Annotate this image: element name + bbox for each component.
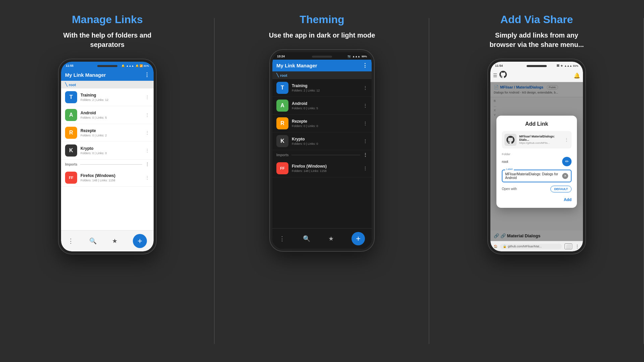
phone-screen-manage: 11:55 🔔 ▲▲▲ 🔔 📶 31% My Link Manager ⋮ ╲ … [61, 62, 154, 251]
label-input-box[interactable]: Label MFlisar/MaterialDialogs: Dialogs f… [502, 170, 572, 182]
item-meta-training-dark: Folders: 2 | Links: 12 [292, 89, 360, 92]
separator-imports-dark: Imports ⋮ [272, 150, 372, 160]
appbar-manage: My Link Manager ⋮ [61, 69, 154, 81]
label-input-value: MFlisar/MaterialDialogs: Dialogs for And… [505, 172, 562, 180]
browser-tabs-icon[interactable]: ⬜ [565, 243, 572, 249]
nav-search-icon-dark[interactable]: 🔍 [303, 235, 310, 242]
item-dots-dark[interactable]: ⋮ [363, 121, 368, 126]
dialog-add-button[interactable]: Add [564, 197, 572, 202]
separator-line [80, 164, 142, 165]
list-item[interactable]: R Rezepte Folders: 0 | Links: 2 ⋮ [61, 124, 154, 142]
nav-add-fab-dark[interactable]: + [352, 232, 365, 245]
appbar-menu-icon[interactable]: ⋮ [144, 72, 150, 78]
dialog-link-title: MFlisar/ MaterialDialogs: Dialo... [519, 135, 561, 141]
separator-dots[interactable]: ⋮ [145, 162, 150, 167]
panel-desc-theming: Use the app in dark or light mode [269, 31, 375, 40]
nav-menu-icon[interactable]: ⋮ [68, 237, 74, 245]
phone-screen-share: 11:54 🖼 ★ ▲▲▲ 31% ☰ 🔔 [490, 62, 583, 251]
item-meta-android: Folders: 0 | Links: 5 [80, 116, 142, 119]
phone-screen-theming: 13:24 📷 ▲▲▲ 99% My Link Manager ⋮ ╲ root [272, 52, 372, 249]
nav-add-fab[interactable]: + [133, 234, 147, 248]
item-name-training-dark: Training [292, 83, 360, 88]
list-theming: T Training Folders: 2 | Links: 12 ⋮ A An… [272, 79, 372, 228]
dialog-link-url: https://github.com/MFlis... [519, 141, 561, 144]
bell-icon: 🔔 [574, 72, 580, 79]
folder-icon-rezepte-dark: R [276, 117, 288, 129]
list-item[interactable]: FF Firefox (Windows) Folders: 148 | Link… [272, 160, 372, 177]
item-dots[interactable]: ⋮ [145, 95, 150, 100]
folder-edit-button[interactable]: ✏ [562, 157, 572, 166]
folder-icon-training-dark: T [276, 82, 288, 94]
dialog-link-preview: MFlisar/ MaterialDialogs: Dialo... https… [502, 131, 572, 148]
list-item[interactable]: K Krypto Folders: 0 | Links: 0 ⋮ [272, 132, 372, 150]
nav-star-icon-dark[interactable]: ★ [328, 235, 334, 242]
folder-icon-rezepte: R [65, 127, 77, 139]
status-bar-manage: 11:55 🔔 ▲▲▲ 🔔 📶 31% [61, 62, 154, 69]
item-dots[interactable]: ⋮ [145, 130, 150, 135]
item-meta-krypto: Folders: 0 | Links: 0 [80, 152, 142, 155]
status-icons-manage: 🔔 ▲▲▲ 🔔 📶 31% [121, 64, 149, 67]
panel-theming: Theming Use the app in dark or light mod… [215, 0, 429, 362]
bottom-nav-theming: ⋮ 🔍 ★ + [272, 228, 372, 249]
item-name-android: Android [80, 111, 142, 115]
open-with-default-button[interactable]: DEFAULT [550, 186, 572, 192]
folder-icon-android-dark: A [276, 100, 288, 112]
item-name-rezepte: Rezepte [80, 128, 142, 133]
browser-more-icon[interactable]: ⋮ [575, 244, 580, 249]
list-item[interactable]: A Android Folders: 0 | Links: 5 ⋮ [61, 106, 154, 124]
item-dots-dark[interactable]: ⋮ [363, 166, 368, 171]
item-dots-dark[interactable]: ⋮ [363, 85, 368, 90]
item-name-krypto: Krypto [80, 146, 142, 151]
lock-icon: 🔒 [503, 245, 506, 248]
add-link-dialog-overlay: Add Link MFlisar/ MaterialDialogs: Dialo… [490, 82, 583, 241]
panel-add-via-share: Add Via Share Simply add links from any … [429, 0, 644, 362]
url-bar[interactable]: 🔒 github.com/MFlisar/Mat... [500, 244, 562, 249]
dialog-actions: Add [502, 196, 572, 202]
item-meta-krypto-dark: Folders: 0 | Links: 0 [292, 142, 360, 145]
separator-label: Imports [65, 163, 77, 166]
item-dots[interactable]: ⋮ [145, 175, 150, 180]
dialog-open-with: Open with DEFAULT [502, 186, 572, 192]
item-name-firefox: Firefox (Windows) [80, 173, 142, 178]
list-item[interactable]: FF Firefox (Windows) Folders: 148 | Link… [61, 169, 154, 187]
item-meta-android-dark: Folders: 0 | Links: 5 [292, 107, 360, 110]
hamburger-icon[interactable]: ☰ [493, 73, 497, 78]
folder-icon-krypto: K [65, 144, 77, 157]
item-dots[interactable]: ⋮ [145, 148, 150, 153]
item-dots-dark[interactable]: ⋮ [363, 138, 368, 144]
list-item[interactable]: T Training Folders: 2 | Links: 12 ⋮ [272, 79, 372, 97]
dialog-label-field: Label MFlisar/MaterialDialogs: Dialogs f… [502, 170, 572, 182]
folder-icon-android: A [65, 109, 77, 121]
browser-content: 📄 MFlisar / MaterialDialogs Public Dialo… [490, 82, 583, 241]
status-icons-share: 🖼 ★ ▲▲▲ 31% [556, 64, 578, 67]
breadcrumb-manage: ╲ root [61, 81, 154, 88]
link-more-icon[interactable]: ⋮ [564, 137, 569, 142]
browser-home-icon[interactable]: 🏠 [494, 245, 497, 248]
panel-manage-links: Manage Links With the help of folders an… [0, 0, 215, 362]
browser-toolbar: ☰ 🔔 [490, 69, 583, 82]
status-time-share: 11:54 [495, 64, 503, 67]
phone-theming: 13:24 📷 ▲▲▲ 99% My Link Manager ⋮ ╲ root [270, 50, 374, 251]
item-name-rezepte-dark: Rezepte [292, 119, 360, 124]
nav-search-icon[interactable]: 🔍 [89, 237, 97, 245]
label-clear-button[interactable]: ✕ [562, 173, 568, 179]
nav-menu-icon-dark[interactable]: ⋮ [279, 235, 285, 242]
item-name-android-dark: Android [292, 101, 360, 106]
dialog-folder-field: Folder root ✏ [502, 153, 572, 166]
list-item[interactable]: K Krypto Folders: 0 | Links: 0 ⋮ [61, 142, 154, 160]
item-name-training: Training [80, 93, 142, 98]
item-name-firefox-dark: Firefox (Windows) [292, 164, 360, 169]
item-meta-firefox-dark: Folders: 148 | Links: 1158 [292, 169, 360, 173]
open-with-label: Open with [502, 187, 517, 191]
list-item[interactable]: R Rezepte Folders: 0 | Links: 0 ⋮ [272, 115, 372, 132]
separator-dots-dark[interactable]: ⋮ [363, 152, 368, 158]
item-dots-dark[interactable]: ⋮ [363, 103, 368, 108]
nav-star-icon[interactable]: ★ [112, 237, 117, 245]
folder-icon-training: T [65, 91, 77, 103]
phone-share: 11:54 🖼 ★ ▲▲▲ 31% ☰ 🔔 [488, 59, 585, 254]
appbar-menu-icon-theming[interactable]: ⋮ [362, 62, 368, 69]
list-item[interactable]: T Training Folders: 2 | Links: 12 ⋮ [61, 88, 154, 106]
list-item[interactable]: A Android Folders: 0 | Links: 5 ⋮ [272, 97, 372, 115]
item-dots[interactable]: ⋮ [145, 112, 150, 118]
dialog-title: Add Link [502, 121, 572, 127]
